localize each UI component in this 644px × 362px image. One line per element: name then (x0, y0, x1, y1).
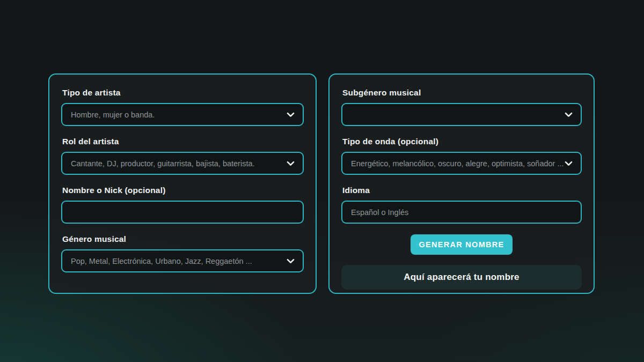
nombre-o-nick-label: Nombre o Nick (opcional) (62, 186, 304, 195)
nombre-o-nick-input[interactable] (61, 201, 304, 224)
chevron-down-icon (564, 158, 574, 168)
tipo-de-onda-label: Tipo de onda (opcional) (342, 137, 582, 146)
field-tipo-de-artista: Tipo de artista Hombre, mujer o banda. (61, 88, 304, 126)
idioma-label: Idioma (342, 186, 582, 195)
tipo-de-artista-select[interactable]: Hombre, mujer o banda. (61, 103, 304, 126)
idioma-input[interactable] (341, 201, 582, 224)
genero-musical-select[interactable]: Pop, Metal, Electrónica, Urbano, Jazz, R… (61, 249, 304, 272)
genero-musical-label: Género musical (62, 234, 304, 244)
result-name-box: Aquí aparecerá tu nombre (341, 265, 582, 290)
generate-name-button[interactable]: GENERAR NOMBRE (411, 234, 513, 255)
rol-del-artista-select[interactable]: Cantante, DJ, productor, guitarrista, ba… (61, 152, 304, 175)
rol-del-artista-label: Rol del artista (62, 137, 304, 146)
chevron-down-icon (286, 158, 296, 168)
artist-name-generator-page: Tipo de artista Hombre, mujer o banda. R… (0, 0, 644, 362)
select-placeholder: Hombre, mujer o banda. (71, 110, 286, 119)
select-placeholder: Energético, melancólico, oscuro, alegre,… (351, 159, 564, 168)
subgenero-musical-label: Subgénero musical (342, 88, 582, 98)
result-name-text: Aquí aparecerá tu nombre (404, 272, 519, 283)
tipo-de-onda-select[interactable]: Energético, melancólico, oscuro, alegre,… (341, 152, 582, 175)
select-placeholder: Pop, Metal, Electrónica, Urbano, Jazz, R… (71, 257, 286, 265)
field-nombre-o-nick: Nombre o Nick (opcional) (61, 186, 304, 224)
chevron-down-icon (286, 109, 296, 120)
subgenero-musical-select[interactable] (341, 103, 582, 126)
chevron-down-icon (564, 109, 574, 120)
field-rol-del-artista: Rol del artista Cantante, DJ, productor,… (61, 137, 304, 175)
field-genero-musical: Género musical Pop, Metal, Electrónica, … (61, 234, 304, 272)
left-form-panel: Tipo de artista Hombre, mujer o banda. R… (48, 73, 317, 294)
field-subgenero-musical: Subgénero musical (341, 88, 582, 126)
field-idioma: Idioma (341, 186, 582, 224)
right-form-panel: Subgénero musical Tipo de onda (opcional… (328, 73, 595, 294)
tipo-de-artista-label: Tipo de artista (62, 88, 304, 98)
field-tipo-de-onda: Tipo de onda (opcional) Energético, mela… (341, 137, 582, 175)
chevron-down-icon (286, 256, 296, 266)
select-placeholder: Cantante, DJ, productor, guitarrista, ba… (71, 159, 286, 168)
